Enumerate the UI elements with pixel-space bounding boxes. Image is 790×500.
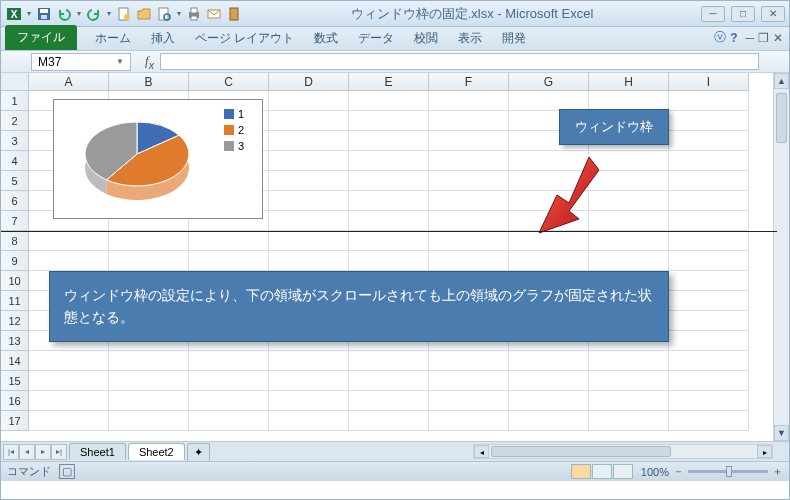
row-header[interactable]: 9 xyxy=(1,251,29,271)
tab-data[interactable]: データ xyxy=(348,27,404,50)
cell[interactable] xyxy=(509,371,589,391)
cell[interactable] xyxy=(29,351,109,371)
cell[interactable] xyxy=(109,351,189,371)
first-sheet-button[interactable]: |◂ xyxy=(3,444,19,460)
cell[interactable] xyxy=(669,131,749,151)
cell[interactable] xyxy=(189,251,269,271)
row-header[interactable]: 3 xyxy=(1,131,29,151)
cell[interactable] xyxy=(269,251,349,271)
cell[interactable] xyxy=(669,351,749,371)
cell[interactable] xyxy=(349,411,429,431)
help-icon[interactable]: ? xyxy=(730,31,737,45)
cell[interactable] xyxy=(509,251,589,271)
prev-sheet-button[interactable]: ◂ xyxy=(19,444,35,460)
sheet-tab[interactable]: Sheet1 xyxy=(69,443,126,460)
scroll-down-icon[interactable]: ▼ xyxy=(774,425,789,441)
scroll-up-icon[interactable]: ▲ xyxy=(774,73,789,89)
cell[interactable] xyxy=(589,251,669,271)
column-header[interactable]: H xyxy=(589,73,669,91)
cell[interactable] xyxy=(109,411,189,431)
tab-page-layout[interactable]: ページ レイアウト xyxy=(185,27,304,50)
tab-formulas[interactable]: 数式 xyxy=(304,27,348,50)
cell[interactable] xyxy=(269,411,349,431)
row-header[interactable]: 15 xyxy=(1,371,29,391)
page-layout-view-button[interactable] xyxy=(592,464,612,479)
cell[interactable] xyxy=(349,371,429,391)
cell[interactable] xyxy=(669,191,749,211)
last-sheet-button[interactable]: ▸| xyxy=(51,444,67,460)
zoom-out-button[interactable]: － xyxy=(673,464,684,479)
column-header[interactable]: G xyxy=(509,73,589,91)
cell[interactable] xyxy=(669,391,749,411)
formula-input[interactable] xyxy=(160,53,759,70)
cell[interactable] xyxy=(669,211,749,231)
dropdown-icon[interactable]: ▾ xyxy=(25,9,33,18)
page-break-view-button[interactable] xyxy=(613,464,633,479)
cell[interactable] xyxy=(429,131,509,151)
column-header[interactable]: A xyxy=(29,73,109,91)
cell[interactable] xyxy=(269,111,349,131)
row-header[interactable]: 14 xyxy=(1,351,29,371)
cell[interactable] xyxy=(269,231,349,251)
close-button[interactable]: ✕ xyxy=(761,6,785,22)
column-header[interactable]: F xyxy=(429,73,509,91)
next-sheet-button[interactable]: ▸ xyxy=(35,444,51,460)
tab-home[interactable]: ホーム xyxy=(85,27,141,50)
dropdown-icon[interactable]: ▾ xyxy=(105,9,113,18)
cell[interactable] xyxy=(109,251,189,271)
cell[interactable] xyxy=(349,191,429,211)
new-icon[interactable] xyxy=(115,5,133,23)
zoom-slider[interactable] xyxy=(688,470,768,473)
cell[interactable] xyxy=(109,391,189,411)
cell[interactable] xyxy=(269,371,349,391)
cell[interactable] xyxy=(669,251,749,271)
row-header[interactable]: 16 xyxy=(1,391,29,411)
cell[interactable] xyxy=(669,331,749,351)
redo-icon[interactable] xyxy=(85,5,103,23)
cell[interactable] xyxy=(669,171,749,191)
row-header[interactable]: 17 xyxy=(1,411,29,431)
tab-review[interactable]: 校閲 xyxy=(404,27,448,50)
cell[interactable] xyxy=(189,411,269,431)
tab-developer[interactable]: 開発 xyxy=(492,27,536,50)
scroll-thumb[interactable] xyxy=(776,93,787,143)
row-header[interactable]: 6 xyxy=(1,191,29,211)
cell[interactable] xyxy=(349,251,429,271)
row-header[interactable]: 13 xyxy=(1,331,29,351)
row-header[interactable]: 8 xyxy=(1,231,29,251)
cell[interactable] xyxy=(509,91,589,111)
cell[interactable] xyxy=(589,411,669,431)
cell[interactable] xyxy=(269,151,349,171)
cell[interactable] xyxy=(669,311,749,331)
cell[interactable] xyxy=(189,231,269,251)
cell[interactable] xyxy=(509,351,589,371)
scroll-thumb[interactable] xyxy=(491,446,671,457)
child-restore-icon[interactable]: ❐ xyxy=(758,31,769,45)
cell[interactable] xyxy=(349,171,429,191)
row-header[interactable]: 4 xyxy=(1,151,29,171)
cell[interactable] xyxy=(189,391,269,411)
minimize-button[interactable]: ─ xyxy=(701,6,725,22)
column-header[interactable]: I xyxy=(669,73,749,91)
cell[interactable] xyxy=(429,391,509,411)
cell[interactable] xyxy=(349,111,429,131)
cell[interactable] xyxy=(349,131,429,151)
cell[interactable] xyxy=(349,211,429,231)
cell[interactable] xyxy=(589,351,669,371)
scroll-right-icon[interactable]: ▸ xyxy=(757,445,772,458)
cell[interactable] xyxy=(669,111,749,131)
row-header[interactable]: 10 xyxy=(1,271,29,291)
cell[interactable] xyxy=(269,391,349,411)
cell[interactable] xyxy=(509,411,589,431)
cell[interactable] xyxy=(269,211,349,231)
macro-record-icon[interactable]: ▢ xyxy=(59,464,75,479)
save-icon[interactable] xyxy=(35,5,53,23)
cell[interactable] xyxy=(669,151,749,171)
cell[interactable] xyxy=(429,351,509,371)
cell[interactable] xyxy=(589,91,669,111)
print-preview-icon[interactable] xyxy=(155,5,173,23)
dropdown-icon[interactable]: ▾ xyxy=(75,9,83,18)
cell[interactable] xyxy=(189,371,269,391)
cell[interactable] xyxy=(29,251,109,271)
row-header[interactable]: 2 xyxy=(1,111,29,131)
